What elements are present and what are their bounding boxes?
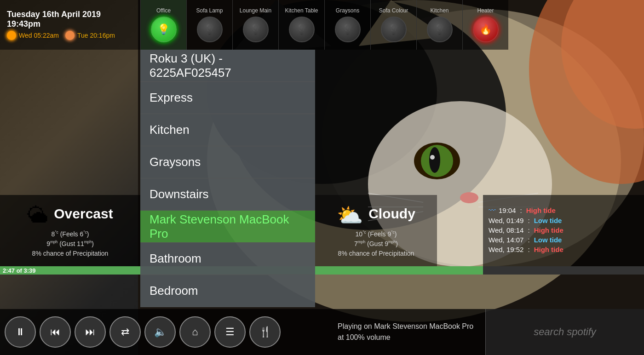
light-item-kitchen[interactable]: Kitchen💡 <box>416 0 462 50</box>
now-playing: Playing on Mark Stevenson MacBook Pro at… <box>331 309 485 355</box>
menu-item-bedroom[interactable]: Bedroom <box>140 275 315 307</box>
tide-time-0: 19:04 <box>499 206 516 214</box>
sunset-icon <box>65 31 75 40</box>
menu-item-bathroom[interactable]: Bathroom <box>140 243 315 275</box>
list-button[interactable]: ☰ <box>214 316 246 348</box>
tide-item-0: 〰 19:04 : High tide <box>489 206 638 215</box>
tide-wave-icon-0: 〰 <box>489 206 496 215</box>
menu-item-graysons[interactable]: Graysons <box>140 146 315 178</box>
previous-button[interactable]: ⏮ <box>40 316 71 348</box>
light-glyph-lounge_main: 💡 <box>249 23 262 35</box>
sun-times: Wed 05:22am Tue 20:16pm <box>7 31 133 40</box>
light-bulb-sofa_colour: 💡 <box>381 17 407 42</box>
light-bulb-kitchen: 💡 <box>427 17 453 42</box>
progress-total: 3:39 <box>24 267 36 274</box>
light-label-office: Office <box>156 7 171 14</box>
date-display: Tuesday 16th April 2019 19:43pm <box>7 10 133 29</box>
tide-item-3: Wed, 14:07 : Low tide <box>489 236 638 244</box>
menu-item-label-downstairs: Downstairs <box>150 187 209 201</box>
weather-right-wind: 7mph (Gust 9mph) <box>354 240 398 247</box>
progress-bar-area[interactable]: 2:47 of 3:39 <box>0 266 644 275</box>
light-item-sofa_colour[interactable]: Sofa Colour💡 <box>370 0 416 50</box>
menu-item-kitchen[interactable]: Kitchen <box>140 114 315 146</box>
light-label-sofa_colour: Sofa Colour <box>379 7 408 14</box>
svg-point-10 <box>460 192 478 203</box>
menu-item-express[interactable]: Express <box>140 82 315 114</box>
weather-left-icon: 🌥 <box>27 203 48 228</box>
weather-right-temp: 10°c (Feels 9°c) <box>356 230 397 238</box>
light-label-heater: Heater <box>477 7 494 14</box>
top-bar: Tuesday 16th April 2019 19:43pm Wed 05:2… <box>0 0 644 50</box>
volume-button[interactable]: 🔈 <box>144 316 176 348</box>
light-glyph-kitchen: 💡 <box>433 23 446 35</box>
light-glyph-graysons: 💡 <box>341 23 354 35</box>
menu-item-label-kitchen: Kitchen <box>150 123 190 137</box>
sunrise-icon <box>7 31 16 40</box>
menu-item-label-bathroom: Bathroom <box>150 252 201 266</box>
light-label-graysons: Graysons <box>336 7 359 14</box>
menu-item-label-bedroom: Bedroom <box>150 284 198 298</box>
tide-label-4: High tide <box>534 246 564 253</box>
menu-item-downstairs[interactable]: Downstairs <box>140 178 315 211</box>
light-item-kitchen_table[interactable]: Kitchen Table💡 <box>278 0 324 50</box>
light-bulb-graysons: 💡 <box>335 17 361 42</box>
light-item-lounge_main[interactable]: Lounge Main💡 <box>232 0 278 50</box>
light-glyph-heater: 🔥 <box>479 23 492 35</box>
light-bulb-kitchen_table: 💡 <box>289 17 315 42</box>
weather-right-icon: ⛅ <box>337 203 363 228</box>
tide-date-3: Wed, 14:07 <box>489 236 523 244</box>
light-glyph-office: 💡 <box>157 23 170 35</box>
tide-label-3: Low tide <box>534 236 562 244</box>
menu-item-label-express: Express <box>150 91 193 105</box>
tide-date-2: Wed, 08:14 <box>489 226 523 234</box>
progress-label: 2:47 of 3:39 <box>3 267 36 274</box>
search-spotify-area[interactable] <box>485 309 644 355</box>
shuffle-button[interactable]: ⇄ <box>109 316 141 348</box>
weather-left-condition: Overcast <box>54 206 113 222</box>
weather-right-precip: 8% chance of Precipitation <box>338 250 414 257</box>
datetime-area: Tuesday 16th April 2019 19:43pm Wed 05:2… <box>0 0 140 50</box>
svg-point-8 <box>429 147 440 173</box>
menu-item-mark_macbook[interactable]: Mark Stevenson MacBook Pro <box>140 211 315 243</box>
tide-section: 〰 19:04 : High tide Wed, 01:49 : Low tid… <box>483 195 644 266</box>
weather-right: ⛅ Cloudy 10°c (Feels 9°c) 7mph (Gust 9mp… <box>315 195 437 266</box>
sunrise-time: Wed 05:22am <box>19 32 59 39</box>
playing-on: Playing on Mark Stevenson MacBook Pro <box>338 322 473 330</box>
menu-item-roku[interactable]: Roku 3 (UK) - 6225AF025457 <box>140 50 315 82</box>
playing-volume: at 100% volume <box>338 333 391 341</box>
light-item-sofa_lamp[interactable]: Sofa Lamp💡 <box>186 0 232 50</box>
menu-item-label-mark_macbook: Mark Stevenson MacBook Pro <box>150 212 306 241</box>
weather-right-condition: Cloudy <box>368 206 415 222</box>
next-button[interactable]: ⏭ <box>75 316 106 348</box>
light-item-heater[interactable]: Heater🔥 <box>462 0 508 50</box>
home-button[interactable]: ⌂ <box>179 316 211 348</box>
light-glyph-kitchen_table: 💡 <box>295 23 308 35</box>
tide-item-4: Wed, 19:52 : High tide <box>489 246 638 253</box>
light-bulb-lounge_main: 💡 <box>243 17 269 42</box>
light-label-kitchen: Kitchen <box>430 7 448 14</box>
svg-point-9 <box>430 155 435 160</box>
search-spotify-input[interactable] <box>486 326 644 338</box>
light-label-kitchen_table: Kitchen Table <box>285 7 318 14</box>
light-glyph-sofa_colour: 💡 <box>387 23 400 35</box>
food-button[interactable]: 🍴 <box>249 316 281 348</box>
menu-item-label-roku: Roku 3 (UK) - 6225AF025457 <box>150 52 306 80</box>
light-item-graysons[interactable]: Graysons💡 <box>324 0 370 50</box>
now-playing-text: Playing on Mark Stevenson MacBook Pro at… <box>338 321 479 343</box>
tide-date-1: Wed, 01:49 <box>489 217 523 224</box>
date-text: Tuesday 16th April 2019 <box>7 10 101 19</box>
light-item-office[interactable]: Office💡 <box>140 0 186 50</box>
weather-left-temp: 8°c (Feels 6°c) <box>51 230 89 238</box>
tide-date-4: Wed, 19:52 <box>489 246 523 253</box>
weather-left: 🌥 Overcast 8°c (Feels 6°c) 9mph (Gust 11… <box>0 195 140 266</box>
pause-button[interactable]: ⏸ <box>5 316 36 348</box>
tide-item-1: Wed, 01:49 : Low tide <box>489 217 638 224</box>
menu-item-label-graysons: Graysons <box>150 155 201 169</box>
light-label-sofa_lamp: Sofa Lamp <box>196 7 223 14</box>
weather-left-details: 8°c (Feels 6°c) 9mph (Gust 11mph) 8% cha… <box>32 229 109 258</box>
time-text: 19:43pm <box>7 19 40 29</box>
tide-label-2: High tide <box>534 226 564 234</box>
light-bulb-sofa_lamp: 💡 <box>197 17 223 42</box>
weather-left-precip: 8% chance of Precipitation <box>32 250 109 257</box>
light-bulb-heater: 🔥 <box>473 17 499 42</box>
